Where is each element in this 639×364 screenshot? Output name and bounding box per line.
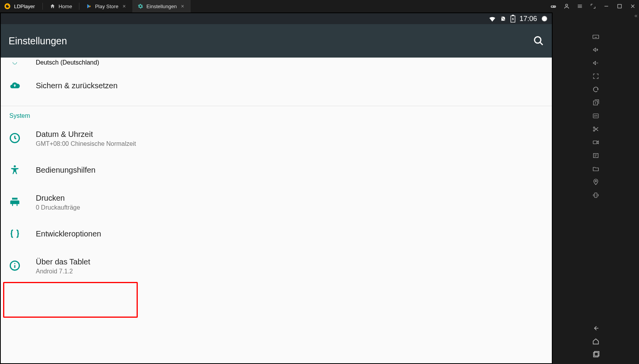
- settings-list[interactable]: Deutsch (Deutschland) Sichern & zurückse…: [1, 58, 552, 363]
- tab-close-icon[interactable]: ×: [121, 4, 127, 9]
- list-item-print[interactable]: Drucken 0 Druckaufträge: [1, 186, 552, 218]
- cloud-upload-icon: [9, 80, 20, 91]
- menu-icon[interactable]: [577, 3, 583, 9]
- printer-icon: [9, 196, 20, 207]
- no-sim-icon: [500, 16, 506, 22]
- tab-settings[interactable]: Einstellungen ×: [132, 0, 191, 12]
- volume-down-icon[interactable]: [592, 59, 600, 67]
- list-item-developer-options[interactable]: Entwickleroptionen: [1, 218, 552, 249]
- list-item-title: Datum & Uhrzeit: [36, 129, 136, 140]
- svg-rect-23: [593, 154, 598, 158]
- fullscreen-icon[interactable]: [592, 72, 600, 80]
- tab-label: Einstellungen: [146, 4, 177, 9]
- tab-label: Home: [58, 4, 72, 9]
- location-icon[interactable]: [592, 178, 600, 186]
- maximize-icon[interactable]: [616, 3, 623, 9]
- main-container: 17:06 Einstellungen Deutsch (Deutschland…: [0, 12, 639, 364]
- android-back-icon[interactable]: [592, 324, 600, 332]
- svg-point-3: [565, 4, 567, 6]
- svg-line-10: [540, 42, 543, 45]
- list-item-title: Bedienungshilfen: [36, 164, 95, 175]
- collapse-sidebar-icon[interactable]: «: [634, 12, 637, 19]
- search-button[interactable]: [533, 35, 544, 46]
- svg-rect-16: [593, 35, 599, 38]
- home-icon: [50, 4, 55, 9]
- play-store-icon: [86, 4, 92, 9]
- keyboard-icon[interactable]: [592, 33, 600, 40]
- list-item-backup-reset[interactable]: Sichern & zurücksetzen: [1, 72, 552, 103]
- ldplayer-logo: [4, 3, 11, 10]
- expand-icon[interactable]: [590, 3, 596, 9]
- multi-instance-icon[interactable]: [592, 99, 600, 107]
- settings-actionbar: Einstellungen: [1, 24, 552, 58]
- battery-charging-icon: [510, 15, 516, 23]
- svg-rect-4: [618, 4, 621, 8]
- braces-icon: [9, 228, 20, 239]
- tab-home[interactable]: Home: [44, 0, 77, 12]
- svg-point-8: [542, 16, 547, 21]
- gamepad-icon[interactable]: [550, 3, 556, 9]
- tab-separator: [79, 3, 79, 10]
- tab-separator: [42, 3, 43, 10]
- loading-gear-icon: [541, 15, 548, 22]
- svg-point-15: [14, 263, 16, 264]
- statusbar-clock: 17:06: [520, 15, 537, 23]
- tab-label: Play Store: [95, 4, 118, 9]
- clock-icon: [9, 133, 20, 144]
- close-icon[interactable]: [630, 3, 636, 9]
- emulator-titlebar: LDPlayer Home Play Store × Einstellungen…: [0, 0, 639, 12]
- settings-icon: [138, 4, 143, 9]
- android-statusbar: 17:06: [1, 13, 552, 24]
- list-item-subtitle: Deutsch (Deutschland): [36, 59, 99, 66]
- user-icon[interactable]: [564, 3, 570, 9]
- sync-icon[interactable]: [592, 86, 600, 93]
- search-icon: [533, 35, 544, 46]
- svg-rect-25: [595, 193, 597, 198]
- list-item-subtitle: 0 Druckaufträge: [36, 204, 80, 211]
- scissors-icon[interactable]: [592, 125, 600, 133]
- svg-point-9: [535, 37, 541, 43]
- tab-play-store[interactable]: Play Store ×: [81, 0, 132, 12]
- window-controls: [550, 3, 636, 9]
- shared-folder-icon[interactable]: [592, 165, 600, 173]
- list-item-title: Über das Tablet: [36, 256, 90, 267]
- svg-point-12: [14, 165, 16, 167]
- video-record-icon[interactable]: [592, 138, 600, 146]
- android-home-icon[interactable]: [592, 338, 600, 345]
- emulator-sidebar: « APK: [553, 12, 639, 364]
- list-item-subtitle: GMT+08:00 Chinesische Normalzeit: [36, 140, 136, 147]
- list-item-languages-partial[interactable]: Deutsch (Deutschland): [1, 58, 552, 72]
- list-item-accessibility[interactable]: Bedienungshilfen: [1, 154, 552, 186]
- list-item-date-time[interactable]: Datum & Uhrzeit GMT+08:00 Chinesische No…: [1, 122, 552, 154]
- svg-text:APK: APK: [594, 115, 598, 117]
- wifi-icon: [488, 15, 496, 23]
- highlight-annotation: [3, 282, 138, 318]
- volume-up-icon[interactable]: [592, 46, 600, 54]
- page-title: Einstellungen: [9, 35, 533, 47]
- info-icon: [9, 260, 20, 271]
- apk-install-icon[interactable]: APK: [592, 112, 600, 120]
- globe-icon: [9, 59, 20, 66]
- svg-point-24: [595, 180, 597, 182]
- svg-point-2: [8, 5, 9, 6]
- svg-rect-7: [512, 15, 514, 16]
- accessibility-icon: [9, 164, 20, 175]
- list-item-title: Sichern & zurücksetzen: [36, 80, 118, 91]
- operation-record-icon[interactable]: [592, 152, 600, 159]
- list-item-subtitle: Android 7.1.2: [36, 268, 90, 275]
- list-item-about-tablet[interactable]: Über das Tablet Android 7.1.2: [1, 249, 552, 282]
- shake-icon[interactable]: [592, 191, 600, 199]
- tab-close-icon[interactable]: ×: [180, 4, 185, 9]
- device-viewport: 17:06 Einstellungen Deutsch (Deutschland…: [0, 12, 553, 364]
- app-name: LDPlayer: [14, 4, 35, 9]
- list-item-title: Entwickleroptionen: [36, 228, 101, 239]
- android-recents-icon[interactable]: [592, 351, 600, 359]
- list-item-title: Drucken: [36, 192, 80, 203]
- svg-rect-22: [593, 141, 597, 144]
- section-header-system: System: [1, 106, 552, 122]
- minimize-icon[interactable]: [603, 3, 609, 9]
